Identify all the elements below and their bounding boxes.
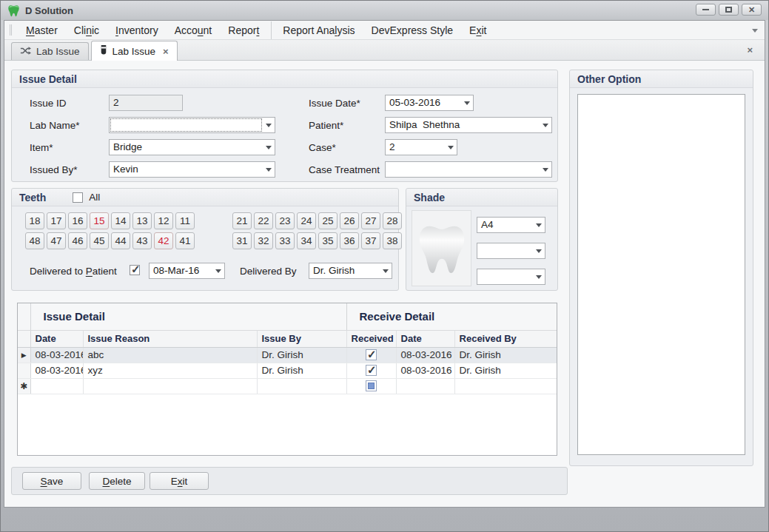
cell-issue-by[interactable]: Dr. Girish — [257, 363, 346, 378]
tooth-button[interactable]: 48 — [25, 232, 44, 249]
cell-issue-by[interactable]: Dr. Girish — [257, 347, 346, 363]
item-combo[interactable]: Bridge — [109, 139, 275, 155]
tooth-button[interactable]: 15 — [90, 212, 109, 229]
tooth-button[interactable]: 17 — [47, 212, 66, 229]
menu-item[interactable]: Master — [18, 21, 66, 39]
tab-lab-issue-active[interactable]: Lab Issue × — [91, 41, 178, 61]
tooth-button[interactable]: 34 — [297, 232, 316, 249]
cell-date[interactable]: 08-03-2016 — [30, 363, 83, 378]
menu-item[interactable]: DevExpress Style — [363, 21, 461, 39]
tooth-button[interactable]: 46 — [68, 232, 87, 249]
delivered-to-patient-checkbox[interactable] — [130, 265, 140, 275]
delivered-date-combo[interactable]: 08-Mar-16 — [149, 263, 225, 279]
tooth-button[interactable]: 11 — [175, 212, 195, 229]
cell-issue-reason[interactable]: abc — [83, 347, 257, 363]
cell-received-date[interactable]: 08-03-2016 — [396, 363, 454, 378]
tooth-button[interactable]: 24 — [297, 212, 316, 229]
tooth-button[interactable]: 38 — [383, 232, 402, 249]
col-issue-by[interactable]: Issue By — [257, 330, 346, 347]
tooth-button[interactable]: 36 — [340, 232, 359, 249]
other-option-list[interactable] — [577, 94, 745, 455]
tooth-button[interactable]: 45 — [90, 232, 109, 249]
menu-item[interactable]: Exit — [461, 21, 494, 39]
col-issue-reason[interactable]: Issue Reason — [83, 330, 257, 347]
tooth-button[interactable]: 13 — [132, 212, 152, 229]
maximize-icon[interactable] — [719, 4, 739, 16]
close-icon[interactable]: ✕ — [742, 4, 762, 16]
received-checkbox[interactable] — [366, 365, 377, 376]
cell-received-by[interactable]: Dr. Girish — [454, 363, 557, 378]
dropdown-arrow-icon[interactable] — [380, 263, 392, 278]
all-teeth-checkbox[interactable] — [73, 192, 83, 203]
menu-item[interactable]: Inventory — [107, 21, 167, 39]
menu-item[interactable]: Report Analysis — [271, 21, 363, 39]
title-bar[interactable]: D Solution ✕ — [1, 1, 768, 20]
menu-item[interactable]: Report — [220, 21, 267, 39]
new-row[interactable]: ✱ — [18, 378, 557, 394]
shade-combo-3[interactable] — [477, 269, 545, 285]
tooth-button[interactable]: 23 — [275, 212, 295, 229]
col-date[interactable]: Date — [30, 330, 83, 347]
tooth-button[interactable]: 27 — [361, 212, 380, 229]
tooth-button[interactable]: 26 — [340, 212, 359, 229]
dropdown-arrow-icon[interactable] — [263, 140, 275, 155]
issue-date-combo[interactable]: 05-03-2016 — [385, 95, 474, 111]
tooth-button[interactable]: 33 — [275, 232, 295, 249]
menu-grip[interactable] — [10, 24, 12, 36]
cell-received-date[interactable]: 08-03-2016 — [396, 347, 454, 363]
table-row[interactable]: 08-03-2016 xyz Dr. Girish 08-03-2016 Dr.… — [18, 363, 557, 378]
save-button[interactable]: Save — [22, 472, 81, 490]
dropdown-arrow-icon[interactable] — [212, 263, 224, 278]
tooth-button[interactable]: 41 — [175, 232, 195, 249]
tab-close-icon[interactable]: × — [163, 47, 169, 56]
dropdown-arrow-icon[interactable] — [533, 269, 545, 284]
patient-combo[interactable]: Shilpa Shethna — [385, 117, 552, 133]
lab-name-combo[interactable] — [109, 117, 275, 133]
dropdown-arrow-icon[interactable] — [533, 243, 545, 258]
issue-id-field[interactable]: 2 — [109, 95, 183, 111]
tooth-button[interactable]: 35 — [318, 232, 338, 249]
tooth-button[interactable]: 25 — [318, 212, 338, 229]
tooth-button[interactable]: 14 — [111, 212, 130, 229]
tabstrip-close-icon[interactable]: × — [747, 45, 753, 55]
shade-combo-2[interactable] — [477, 243, 545, 259]
col-received-date[interactable]: Date — [396, 330, 454, 347]
tooth-button[interactable]: 47 — [47, 232, 66, 249]
shade-combo-1[interactable]: A4 — [477, 217, 545, 233]
issue-receive-grid[interactable]: Issue Detail Receive Detail Date Issue R… — [17, 303, 557, 456]
delivered-by-combo[interactable]: Dr. Girish — [309, 263, 392, 279]
tooth-button[interactable]: 12 — [154, 212, 173, 229]
cell-date[interactable]: 08-03-2016 — [30, 347, 83, 363]
cell-issue-reason[interactable]: xyz — [83, 363, 257, 378]
tooth-button[interactable]: 28 — [383, 212, 402, 229]
dropdown-arrow-icon[interactable] — [461, 95, 473, 110]
new-row-received-checkbox[interactable] — [366, 380, 377, 391]
delete-button[interactable]: Delete — [89, 472, 145, 490]
tooth-button[interactable]: 16 — [68, 212, 87, 229]
tooth-button[interactable]: 21 — [232, 212, 252, 229]
received-checkbox[interactable] — [366, 349, 377, 360]
minimize-icon[interactable] — [696, 4, 716, 16]
col-received-by[interactable]: Received By — [454, 330, 557, 347]
case-combo[interactable]: 2 — [385, 139, 457, 155]
tooth-button[interactable]: 32 — [254, 232, 273, 249]
tooth-button[interactable]: 43 — [132, 232, 152, 249]
tooth-button[interactable]: 42 — [154, 232, 173, 249]
issued-by-combo[interactable]: Kevin — [109, 161, 275, 178]
table-row[interactable]: ▶ 08-03-2016 abc Dr. Girish 08-03-2016 D… — [18, 347, 557, 363]
menu-item[interactable]: Clinic — [66, 21, 107, 39]
tooth-button[interactable]: 22 — [254, 212, 273, 229]
tooth-button[interactable]: 31 — [232, 232, 252, 249]
cell-received-by[interactable]: Dr. Girish — [454, 347, 557, 363]
dropdown-arrow-icon[interactable] — [263, 118, 275, 132]
tooth-button[interactable]: 37 — [361, 232, 380, 249]
dropdown-arrow-icon[interactable] — [540, 162, 551, 177]
tooth-button[interactable]: 18 — [25, 212, 44, 229]
menu-item[interactable]: Account — [167, 21, 221, 39]
case-treatment-combo[interactable] — [385, 161, 552, 178]
col-received[interactable]: Received — [346, 330, 396, 347]
tab-lab-issue-inactive[interactable]: Lab Issue — [11, 42, 89, 60]
exit-button[interactable]: Exit — [150, 472, 209, 490]
tooth-button[interactable]: 44 — [111, 232, 130, 249]
dropdown-arrow-icon[interactable] — [540, 118, 551, 132]
